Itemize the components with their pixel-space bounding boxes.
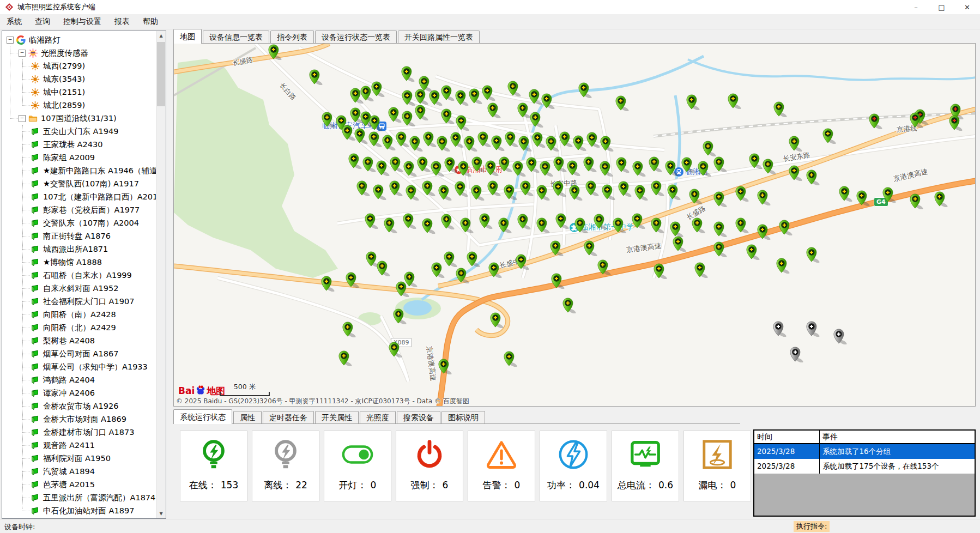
map-pin-online[interactable]	[441, 214, 456, 229]
map-pin-online[interactable]	[354, 128, 369, 144]
map-pin-online[interactable]	[485, 160, 500, 176]
tree-device-node[interactable]: 芭茅塘 A2015	[2, 478, 156, 491]
map-pin-online[interactable]	[651, 217, 666, 233]
map-pin-online[interactable]	[654, 263, 668, 279]
tree-group-1[interactable]: −107国道沿线(31/31)	[2, 112, 156, 125]
map-pin-online[interactable]	[594, 214, 608, 229]
map-pin-online[interactable]	[368, 131, 383, 147]
map-pin-online[interactable]	[471, 185, 486, 201]
tree-device-node[interactable]: 城西派出所A1871	[2, 243, 156, 256]
map-pin-online[interactable]	[536, 185, 551, 201]
map-pin-online[interactable]	[553, 181, 567, 197]
tree-device-node[interactable]: 陈家组 A2009	[2, 151, 156, 164]
map-pin-online[interactable]	[686, 94, 701, 110]
map-pin-online[interactable]	[438, 185, 453, 201]
bottom-tab-2[interactable]: 定时器任务	[263, 411, 314, 424]
map-pin-online[interactable]	[342, 322, 357, 337]
map-pin-online[interactable]	[540, 161, 554, 177]
map-pin-online[interactable]	[464, 136, 479, 152]
map-tab-2[interactable]: 指令列表	[270, 31, 314, 44]
tree-device-node[interactable]: 107北（建新中路路口西）A2014	[2, 190, 156, 203]
map-pin-online[interactable]	[456, 268, 470, 283]
map-pin-online[interactable]	[384, 217, 398, 233]
map-pin-online[interactable]	[520, 180, 535, 196]
tree-group-0[interactable]: −光照度传感器	[2, 46, 156, 59]
map-pin-offline[interactable]	[833, 329, 848, 344]
map-pin-online[interactable]	[763, 159, 777, 174]
tree-device-node[interactable]: 福利院对面 A1950	[2, 452, 156, 465]
map-pin-online[interactable]	[471, 156, 486, 172]
map-tab-0[interactable]: 地图	[173, 29, 202, 44]
map-canvas[interactable]: 长盛路长白路长安东路长安中路长盛路长盛中路京港线京港澳高速京港澳高速京港澳高速G…	[173, 44, 976, 407]
map-pin-online[interactable]	[615, 95, 630, 111]
tree-device-node[interactable]: 汽贸城 A1894	[2, 465, 156, 478]
tree-device-node[interactable]: 向阳桥（南）A2428	[2, 308, 156, 321]
map-pin-online[interactable]	[431, 161, 445, 177]
tree-device-node[interactable]: 梨树巷 A2408	[2, 334, 156, 347]
map-pin-online[interactable]	[735, 186, 750, 202]
tree-device-node[interactable]: 城东(3543)	[2, 72, 156, 86]
map-pin-online[interactable]	[376, 160, 391, 176]
menu-item-4[interactable]: 帮助	[136, 14, 165, 29]
map-pin-online[interactable]	[569, 185, 584, 201]
map-pin-offline[interactable]	[806, 321, 821, 337]
map-pin-online[interactable]	[365, 213, 379, 229]
map-pin-online[interactable]	[584, 240, 598, 256]
map-pin-online[interactable]	[409, 136, 424, 152]
menu-item-3[interactable]: 报表	[108, 14, 136, 29]
scroll-up-icon[interactable]: ▲	[156, 31, 166, 40]
map-pin-online[interactable]	[487, 102, 502, 118]
map-pin-online[interactable]	[578, 82, 593, 98]
map-pin-online[interactable]	[530, 112, 545, 128]
map-pin-online[interactable]	[401, 66, 416, 82]
tree-device-node[interactable]: 鸿鹤路 A2404	[2, 373, 156, 386]
map-pin-online[interactable]	[746, 244, 761, 260]
map-pin-online[interactable]	[441, 108, 456, 124]
bottom-tab-1[interactable]: 属性	[233, 411, 262, 424]
map-tab-1[interactable]: 设备信息一览表	[203, 31, 269, 44]
tree-device-node[interactable]: 金桥农贸市场 A1926	[2, 399, 156, 413]
map-pin-offline[interactable]	[790, 347, 804, 362]
map-pin-online[interactable]	[574, 217, 589, 233]
map-pin-online[interactable]	[602, 184, 616, 200]
map-pin-online[interactable]	[634, 185, 649, 201]
map-pin-online[interactable]	[444, 157, 459, 173]
tree-device-node[interactable]: 金桥大市场对面 A1869	[2, 413, 156, 426]
bottom-tab-4[interactable]: 光照度	[360, 411, 396, 424]
map-pin-online[interactable]	[396, 281, 410, 297]
map-pin-online[interactable]	[490, 312, 505, 328]
map-pin-online[interactable]	[703, 141, 717, 156]
tree-device-node[interactable]: ★博物馆 A1888	[2, 256, 156, 269]
map-pin-online[interactable]	[479, 213, 494, 229]
menu-item-2[interactable]: 控制与设置	[57, 14, 108, 29]
map-pin-online[interactable]	[757, 190, 772, 205]
map-pin-online[interactable]	[541, 93, 556, 109]
map-pin-online[interactable]	[651, 180, 666, 196]
maximize-button[interactable]: □	[929, 0, 954, 14]
map-pin-alert[interactable]	[869, 113, 884, 129]
tree-device-node[interactable]: 南正街转盘 A1876	[2, 229, 156, 243]
map-pin-online[interactable]	[546, 136, 560, 152]
map-pin-online[interactable]	[550, 240, 565, 256]
tree-device-node[interactable]: ★建新中路路口东 A1946（辅道灯）	[2, 164, 156, 177]
map-pin-online[interactable]	[600, 161, 614, 177]
map-pin-online[interactable]	[389, 342, 403, 358]
bottom-tab-3[interactable]: 开关属性	[315, 411, 359, 424]
map-pin-online[interactable]	[806, 247, 821, 263]
tree-device-node[interactable]: 交警队东（107南）A2004	[2, 216, 156, 229]
map-pin-online[interactable]	[773, 101, 788, 117]
map-pin-online[interactable]	[460, 217, 475, 233]
tree-root[interactable]: −临湘路灯	[2, 33, 156, 46]
map-pin-online[interactable]	[585, 180, 600, 196]
map-pin-online[interactable]	[356, 180, 371, 196]
map-pin-online[interactable]	[369, 115, 384, 131]
map-pin-online[interactable]	[403, 213, 418, 229]
map-pin-online[interactable]	[321, 276, 336, 292]
map-pin-online[interactable]	[456, 115, 470, 131]
map-pin-online[interactable]	[822, 128, 837, 144]
tree-scrollbar[interactable]: ▲ ▼	[156, 31, 166, 518]
map-pin-online[interactable]	[749, 153, 764, 169]
menu-item-1[interactable]: 查询	[28, 14, 57, 29]
map-pin-online[interactable]	[551, 273, 566, 289]
map-pin-online[interactable]	[555, 213, 570, 229]
